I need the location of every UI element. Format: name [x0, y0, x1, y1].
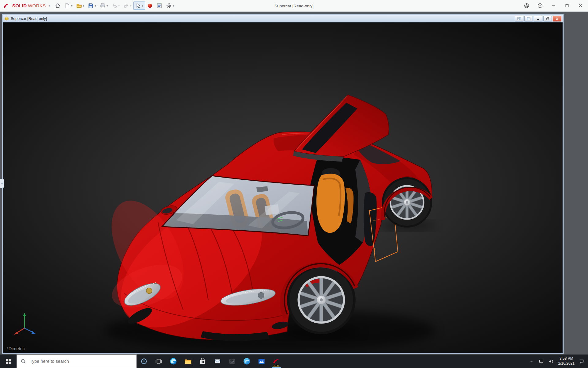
- action-center-icon: [579, 359, 584, 364]
- search-icon: [21, 358, 26, 364]
- car-model-render[interactable]: [3, 22, 563, 353]
- help-button[interactable]: ?: [537, 3, 543, 8]
- taskbar-icon-edge[interactable]: [166, 355, 181, 368]
- taskbar-icon-file-explorer[interactable]: [181, 355, 195, 368]
- close-icon: [578, 3, 583, 8]
- taskbar-icon-camera[interactable]: [225, 355, 239, 368]
- media-app-icon: [243, 357, 251, 365]
- new-document-icon: [64, 3, 70, 9]
- taskbar-search[interactable]: [17, 355, 137, 368]
- account-icon: [524, 3, 529, 8]
- close-button[interactable]: [578, 3, 583, 8]
- taskbar-icon-media[interactable]: [239, 355, 254, 368]
- network-icon: [539, 359, 544, 364]
- undo-icon: [111, 3, 117, 9]
- volume-icon: [548, 359, 554, 364]
- photos-icon: [258, 357, 266, 365]
- store-icon: [199, 357, 207, 365]
- window-title: Supercar [Read-only]: [274, 3, 314, 8]
- solidworks-logo-mark: [3, 2, 11, 9]
- pane-toggle-right-button[interactable]: [524, 16, 533, 21]
- open-button[interactable]: ▾: [74, 2, 86, 10]
- print-icon: [100, 3, 106, 9]
- cortana-icon: [141, 358, 147, 365]
- quick-toolbar: ▾ ▾ ▾ ▾ ▾ ▾ ▾: [53, 2, 176, 10]
- minimize-button[interactable]: [551, 3, 556, 8]
- pane-toggle-right-icon: [527, 17, 530, 20]
- pane-toggle-left-button[interactable]: [515, 16, 523, 21]
- properties-icon: [156, 3, 162, 9]
- options-gear-icon: [166, 3, 172, 9]
- doc-minimize-button[interactable]: [534, 16, 542, 21]
- solidworks-app: SOLIDWORKS ▸ ▾ ▾ ▾ ▾: [0, 0, 588, 368]
- view-orientation-label: *Dimetric: [7, 346, 25, 351]
- document-titlebar[interactable]: Supercar [Read-only]: [3, 15, 563, 22]
- viewport-3d[interactable]: *Dimetric: [3, 22, 563, 353]
- titlebar-controls: ?: [524, 3, 585, 8]
- volume-button[interactable]: [548, 359, 554, 364]
- document-window-controls: [515, 16, 561, 21]
- dropdown-caret[interactable]: ▾: [107, 4, 108, 7]
- appearance-button[interactable]: [145, 2, 155, 10]
- doc-close-icon: [555, 17, 559, 20]
- part-document-icon: [4, 17, 9, 21]
- dropdown-caret[interactable]: ▾: [142, 4, 143, 7]
- dropdown-caret[interactable]: ▾: [118, 4, 120, 7]
- appearance-sphere-icon: [147, 3, 153, 9]
- print-button[interactable]: ▾: [98, 2, 110, 10]
- windows-taskbar: 2021 3:58 PM 2/16/2021: [0, 355, 588, 368]
- hidden-icons-button[interactable]: [529, 359, 534, 364]
- undo-button[interactable]: ▾: [110, 2, 122, 10]
- redo-button[interactable]: ▾: [122, 2, 134, 10]
- maximize-button[interactable]: [564, 3, 570, 8]
- doc-restore-icon: [546, 17, 549, 20]
- doc-restore-button[interactable]: [543, 16, 552, 21]
- dropdown-caret[interactable]: ▾: [173, 4, 174, 7]
- start-button[interactable]: [0, 355, 17, 368]
- app-titlebar: SOLIDWORKS ▸ ▾ ▾ ▾ ▾: [0, 0, 588, 12]
- collapsed-panel-tab[interactable]: ◂: [0, 179, 4, 188]
- file-explorer-icon: [184, 357, 192, 365]
- home-icon: [55, 3, 61, 9]
- dropdown-caret[interactable]: ▾: [83, 4, 85, 7]
- taskbar-icon-photos[interactable]: [254, 355, 269, 368]
- mdi-background: ◂ Supercar [Read-only]: [0, 12, 588, 355]
- solidworks-logo[interactable]: SOLIDWORKS: [3, 2, 46, 9]
- pane-toggle-left-icon: [517, 17, 521, 20]
- taskbar-clock[interactable]: 3:58 PM 2/16/2021: [558, 356, 575, 366]
- properties-button[interactable]: [155, 2, 164, 10]
- brand-text-light: WORKS: [28, 3, 46, 8]
- clock-date: 2/16/2021: [558, 361, 575, 366]
- doc-close-button[interactable]: [553, 16, 561, 21]
- search-input[interactable]: [29, 358, 133, 364]
- account-button[interactable]: [524, 3, 529, 8]
- brand-text-bold: SOLID: [12, 3, 27, 8]
- orientation-triad: [12, 310, 37, 339]
- task-view-button[interactable]: [151, 355, 166, 368]
- document-title: Supercar [Read-only]: [11, 17, 47, 21]
- open-folder-icon: [76, 3, 82, 9]
- cortana-button[interactable]: [137, 355, 151, 368]
- dropdown-caret[interactable]: ▾: [71, 4, 73, 7]
- action-center-button[interactable]: [579, 359, 584, 364]
- dropdown-caret[interactable]: ▾: [130, 4, 132, 7]
- taskbar-icon-solidworks[interactable]: 2021: [269, 355, 284, 368]
- home-button[interactable]: [53, 2, 62, 10]
- dropdown-caret[interactable]: ▾: [95, 4, 96, 7]
- save-icon: [88, 3, 94, 9]
- select-tool-button[interactable]: ▾: [133, 2, 145, 10]
- taskbar-icon-mail[interactable]: [210, 355, 225, 368]
- mail-icon: [213, 357, 221, 365]
- save-button[interactable]: ▾: [86, 2, 98, 10]
- toolbar-expand-arrow[interactable]: ▸: [49, 4, 51, 8]
- document-window: Supercar [Read-only]: [2, 14, 564, 354]
- camera-icon: [228, 357, 236, 365]
- maximize-icon: [564, 3, 570, 8]
- select-cursor-icon: [135, 3, 141, 9]
- options-button[interactable]: ▾: [164, 2, 176, 10]
- redo-icon: [123, 3, 129, 9]
- taskbar-icon-store[interactable]: [195, 355, 210, 368]
- doc-minimize-icon: [536, 17, 540, 20]
- new-document-button[interactable]: ▾: [62, 2, 74, 10]
- network-button[interactable]: [539, 359, 544, 364]
